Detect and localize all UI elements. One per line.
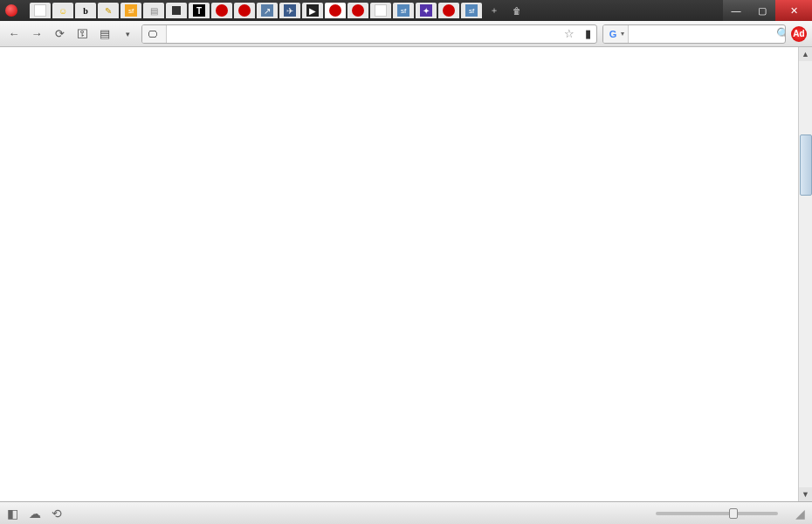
vertical-scrollbar[interactable]: ▲ ▼ bbox=[798, 47, 812, 501]
close-button[interactable]: ✕ bbox=[775, 0, 812, 21]
zoom-thumb[interactable] bbox=[729, 508, 738, 519]
adblock-icon[interactable]: Ad bbox=[791, 26, 807, 42]
tab[interactable] bbox=[348, 3, 368, 18]
tab[interactable] bbox=[30, 3, 51, 18]
sf-icon: sf bbox=[397, 4, 409, 17]
square-icon bbox=[172, 6, 181, 15]
tab[interactable]: sf bbox=[461, 3, 482, 18]
new-tab-button[interactable]: ＋ bbox=[484, 3, 505, 18]
tab[interactable] bbox=[166, 3, 187, 18]
blank-icon bbox=[34, 4, 46, 17]
tab[interactable]: ↗ bbox=[257, 3, 278, 18]
tab[interactable]: b bbox=[75, 3, 96, 18]
statusbar: ◧ ☁ ⟲ ◢ bbox=[0, 501, 812, 524]
bird-icon: ✦ bbox=[420, 4, 432, 17]
tab-active[interactable] bbox=[325, 3, 346, 18]
resize-grip-icon[interactable]: ◢ bbox=[795, 507, 805, 521]
tab[interactable]: sf bbox=[393, 3, 414, 18]
key-icon[interactable]: ⚿ bbox=[73, 25, 91, 43]
tab[interactable] bbox=[234, 3, 255, 18]
minimize-button[interactable]: — bbox=[723, 0, 749, 21]
tab[interactable]: ✎ bbox=[98, 3, 119, 18]
chevron-down-icon[interactable]: ▾ bbox=[119, 25, 136, 43]
sf-icon: sf bbox=[125, 4, 137, 17]
tab-strip: ☺ b ✎ sf ▤ T ↗ ✈ ▶ sf ✦ sf ＋ 🗑 bbox=[26, 0, 723, 21]
badge-icon[interactable]: ▮ bbox=[580, 27, 596, 40]
scroll-down-button[interactable]: ▼ bbox=[799, 487, 812, 501]
maximize-button[interactable]: ▢ bbox=[749, 0, 775, 21]
google-icon: G bbox=[607, 28, 619, 40]
chevron-down-icon: ▾ bbox=[621, 30, 624, 38]
panel-icon[interactable]: ◧ bbox=[7, 507, 18, 521]
back-button[interactable]: ← bbox=[5, 25, 23, 43]
cloud-icon[interactable]: ☁ bbox=[29, 507, 41, 521]
reload-button[interactable]: ⟳ bbox=[51, 25, 68, 43]
sf-icon: sf bbox=[465, 4, 478, 17]
tab[interactable]: ▤ bbox=[143, 3, 164, 18]
file-icon: ▤ bbox=[148, 4, 160, 17]
tab[interactable]: ✦ bbox=[416, 3, 437, 18]
titlebar: ☺ b ✎ sf ▤ T ↗ ✈ ▶ sf ✦ sf ＋ 🗑 — ▢ ✕ bbox=[0, 0, 812, 21]
play-icon: ▶ bbox=[306, 4, 319, 17]
url-input[interactable] bbox=[167, 25, 559, 43]
tab[interactable]: sf bbox=[120, 3, 141, 18]
opera-tab-icon bbox=[216, 4, 228, 17]
arrow-icon: ↗ bbox=[261, 4, 273, 17]
page-body bbox=[0, 47, 798, 501]
opera-tab-icon bbox=[352, 4, 364, 17]
monitor-icon: 🖵 bbox=[148, 29, 157, 39]
tab[interactable] bbox=[370, 3, 391, 18]
blank-icon bbox=[375, 4, 387, 17]
tab[interactable]: ☺ bbox=[52, 3, 73, 18]
sync-icon[interactable]: ⟲ bbox=[52, 507, 62, 521]
opera-menu[interactable] bbox=[0, 0, 26, 21]
plane-icon: ✈ bbox=[284, 4, 296, 17]
tab[interactable] bbox=[211, 3, 232, 18]
viewport: ▲ ▼ bbox=[0, 47, 812, 501]
tab[interactable] bbox=[438, 3, 459, 18]
window-controls: — ▢ ✕ bbox=[723, 0, 812, 21]
address-zone-label[interactable]: 🖵 bbox=[142, 25, 167, 43]
bookmark-star-icon[interactable]: ☆ bbox=[559, 27, 580, 40]
smiley-icon: ☺ bbox=[57, 4, 69, 17]
forward-button[interactable]: → bbox=[28, 25, 45, 43]
opera-tab-icon bbox=[238, 4, 251, 17]
address-bar: 🖵 ☆ ▮ bbox=[141, 24, 597, 44]
tab[interactable]: ✈ bbox=[279, 3, 300, 18]
scroll-up-button[interactable]: ▲ bbox=[799, 47, 812, 61]
tab[interactable]: ▶ bbox=[302, 3, 323, 18]
page-icon[interactable]: ▤ bbox=[96, 25, 114, 43]
opera-icon bbox=[5, 4, 17, 17]
search-bar: G ▾ 🔍 bbox=[602, 24, 786, 44]
b-icon: b bbox=[79, 4, 92, 17]
opera-tab-icon bbox=[329, 4, 341, 17]
tab[interactable]: T bbox=[189, 3, 210, 18]
scroll-thumb[interactable] bbox=[800, 134, 812, 196]
zoom-slider[interactable] bbox=[656, 512, 778, 515]
search-button[interactable]: 🔍 bbox=[771, 27, 786, 40]
opera-tab-icon bbox=[443, 4, 455, 17]
t-icon: T bbox=[193, 4, 205, 17]
search-engine-button[interactable]: G ▾ bbox=[603, 25, 629, 43]
trash-button[interactable]: 🗑 bbox=[506, 3, 527, 18]
search-input[interactable] bbox=[629, 28, 771, 40]
toolbar: ← → ⟳ ⚿ ▤ ▾ 🖵 ☆ ▮ G ▾ 🔍 Ad bbox=[0, 21, 812, 47]
pen-icon: ✎ bbox=[102, 4, 114, 17]
